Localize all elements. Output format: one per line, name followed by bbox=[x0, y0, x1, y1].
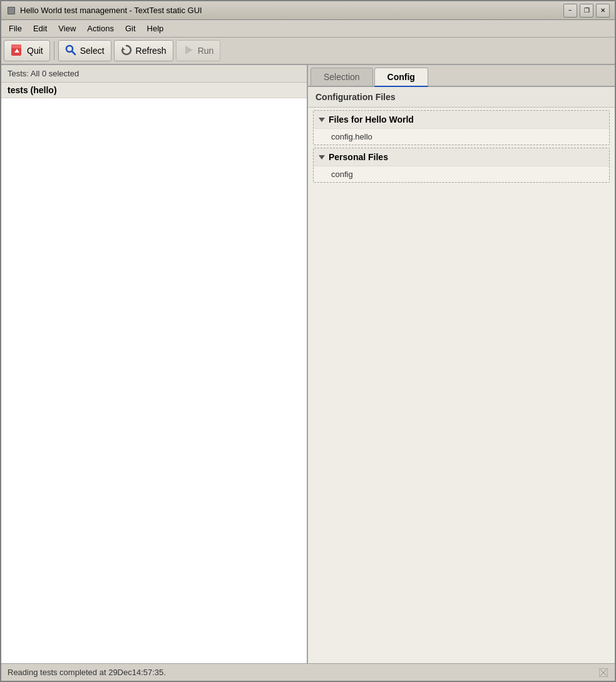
run-label: Run bbox=[198, 46, 214, 56]
main-content: Tests: All 0 selected tests (hello) Sele… bbox=[1, 65, 615, 663]
toolbar: Quit Select Refresh bbox=[1, 38, 615, 65]
quit-button[interactable]: Quit bbox=[4, 40, 50, 61]
select-button[interactable]: Select bbox=[58, 40, 111, 61]
run-icon bbox=[183, 44, 194, 58]
app-icon bbox=[6, 6, 16, 16]
list-item[interactable]: tests (hello) bbox=[1, 83, 307, 98]
close-button[interactable]: ✕ bbox=[596, 4, 610, 18]
toolbar-separator-1 bbox=[54, 41, 54, 60]
tests-header: Tests: All 0 selected bbox=[1, 65, 307, 83]
status-icon bbox=[598, 668, 608, 678]
svg-marker-7 bbox=[122, 47, 125, 50]
main-window: Hello World test management - TextTest s… bbox=[0, 0, 616, 682]
config-group-personal-label: Personal Files bbox=[329, 152, 388, 162]
quit-icon bbox=[11, 44, 23, 58]
select-label: Select bbox=[80, 46, 105, 56]
config-group-personal: Personal Files config bbox=[313, 148, 610, 183]
title-bar: Hello World test management - TextTest s… bbox=[1, 1, 615, 20]
triangle-down-icon bbox=[319, 118, 325, 122]
window-controls: − ❐ ✕ bbox=[563, 4, 610, 18]
menu-item-help[interactable]: Help bbox=[142, 22, 169, 35]
triangle-down-icon bbox=[319, 155, 325, 160]
tab-selection[interactable]: Selection bbox=[311, 68, 373, 86]
search-icon bbox=[65, 44, 76, 58]
tab-bar: Selection Config bbox=[308, 65, 615, 87]
refresh-button[interactable]: Refresh bbox=[114, 40, 173, 61]
window-title: Hello World test management - TextTest s… bbox=[20, 6, 202, 15]
config-group-hello: Files for Hello World config.hello bbox=[313, 110, 610, 145]
list-item[interactable]: config.hello bbox=[314, 128, 609, 145]
test-tree: tests (hello) bbox=[1, 83, 307, 663]
config-group-hello-label: Files for Hello World bbox=[329, 115, 414, 125]
config-content: Configuration Files Files for Hello Worl… bbox=[308, 87, 615, 663]
menu-bar: FileEditViewActionsGitHelp bbox=[1, 20, 615, 38]
config-group-personal-header[interactable]: Personal Files bbox=[314, 148, 609, 166]
title-bar-left: Hello World test management - TextTest s… bbox=[6, 6, 202, 16]
menu-item-view[interactable]: View bbox=[53, 22, 81, 35]
restore-button[interactable]: ❐ bbox=[580, 4, 593, 18]
refresh-icon bbox=[121, 44, 132, 58]
tab-config[interactable]: Config bbox=[374, 68, 428, 87]
refresh-label: Refresh bbox=[136, 46, 167, 56]
menu-item-file[interactable]: File bbox=[4, 22, 27, 35]
menu-item-actions[interactable]: Actions bbox=[82, 22, 119, 35]
svg-marker-8 bbox=[185, 46, 193, 54]
quit-label: Quit bbox=[27, 46, 43, 56]
menu-item-edit[interactable]: Edit bbox=[28, 22, 52, 35]
list-item[interactable]: config bbox=[314, 166, 609, 182]
status-text: Reading tests completed at 29Dec14:57:35… bbox=[8, 668, 166, 677]
run-button[interactable]: Run bbox=[176, 40, 221, 61]
menu-item-git[interactable]: Git bbox=[120, 22, 141, 35]
svg-rect-1 bbox=[8, 8, 14, 14]
status-bar: Reading tests completed at 29Dec14:57:35… bbox=[1, 663, 615, 681]
svg-line-6 bbox=[72, 51, 75, 54]
config-group-hello-header[interactable]: Files for Hello World bbox=[314, 111, 609, 128]
left-panel: Tests: All 0 selected tests (hello) bbox=[1, 65, 308, 663]
right-panel: Selection Config Configuration Files Fil… bbox=[308, 65, 615, 663]
minimize-button[interactable]: − bbox=[563, 4, 577, 18]
svg-rect-3 bbox=[11, 44, 21, 48]
config-section-header: Configuration Files bbox=[308, 87, 615, 108]
